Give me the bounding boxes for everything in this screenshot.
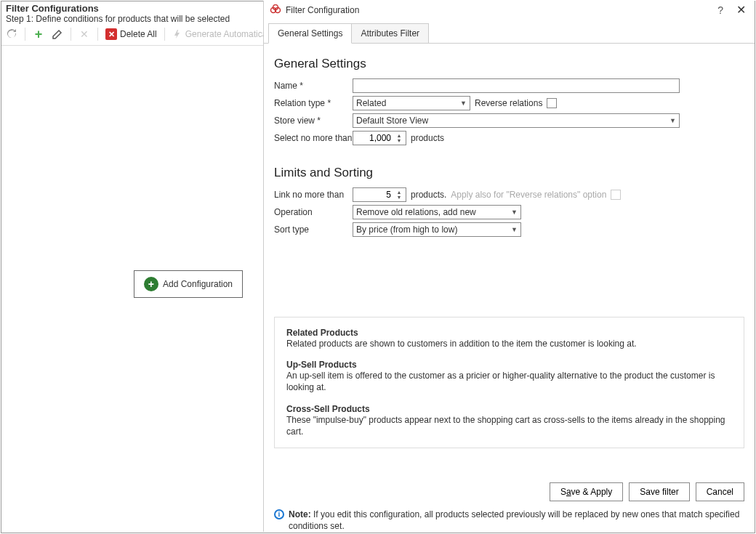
label-apply-also: Apply also for "Reverse relations" optio…	[451, 190, 606, 200]
delete-all-icon: ✕	[105, 28, 117, 40]
separator	[97, 28, 98, 41]
link-limit-stepper[interactable]: ▲▼	[353, 187, 406, 202]
relation-type-value: Related	[356, 98, 386, 108]
label-store-view: Store view *	[274, 116, 353, 126]
chevron-down-icon: ▼	[511, 226, 518, 233]
store-view-value: Default Store View	[356, 116, 428, 126]
select-limit-input[interactable]	[353, 132, 394, 145]
edit-icon[interactable]	[52, 28, 63, 40]
spin-down-icon[interactable]: ▼	[394, 195, 404, 200]
tab-attributes-filter[interactable]: Attributes Filter	[352, 23, 429, 44]
info-related-desc: Related products are shown to customers …	[286, 338, 732, 349]
operation-value: Remove old relations, add new	[356, 207, 476, 217]
plus-circle-icon: +	[144, 277, 158, 291]
save-filter-button[interactable]: Save filter	[629, 482, 689, 501]
filter-configuration-dialog: Filter Configuration ? ✕ General Setting…	[263, 1, 755, 532]
dialog-title: Filter Configuration	[286, 5, 707, 15]
info-panel: Related Products Related products are sh…	[274, 317, 744, 448]
separator	[71, 28, 71, 41]
refresh-icon[interactable]	[6, 28, 17, 40]
sort-type-value: By price (from high to low)	[356, 224, 457, 235]
info-cross-title: Cross-Sell Products	[286, 404, 732, 414]
spin-up-icon[interactable]: ▲	[394, 133, 404, 138]
add-configuration-button[interactable]: + Add Configuration	[134, 270, 243, 298]
label-sort-type: Sort type	[274, 224, 353, 235]
cancel-button[interactable]: Cancel	[696, 482, 744, 501]
chevron-down-icon: ▼	[511, 209, 518, 216]
label-relation-type: Relation type *	[274, 98, 353, 108]
label-reverse-relations: Reverse relations	[475, 98, 542, 108]
label-select-no-more: Select no more than	[274, 133, 353, 143]
info-upsell-desc: An up-sell item is offered to the custom…	[286, 370, 732, 393]
note-text: Note: If you edit this configuration, al…	[289, 509, 744, 532]
tab-general-settings[interactable]: General Settings	[268, 23, 352, 44]
app-logo-icon	[270, 4, 281, 16]
apply-also-checkbox[interactable]	[611, 190, 621, 200]
chevron-down-icon: ▼	[669, 117, 676, 124]
store-view-select[interactable]: Default Store View ▼	[353, 113, 680, 128]
label-link-no-more: Link no more than	[274, 190, 353, 200]
section-limits-sorting: Limits and Sorting	[274, 166, 744, 180]
delete-icon[interactable]: ✕	[79, 28, 90, 40]
separator	[164, 28, 165, 41]
reverse-relations-checkbox[interactable]	[547, 98, 557, 108]
info-icon: i	[274, 509, 284, 519]
sort-type-select[interactable]: By price (from high to low) ▼	[353, 222, 521, 237]
info-upsell-title: Up-Sell Products	[286, 360, 732, 370]
name-input[interactable]	[353, 78, 680, 93]
label-name: Name *	[274, 81, 353, 91]
chevron-down-icon: ▼	[460, 100, 467, 107]
select-limit-stepper[interactable]: ▲▼	[353, 131, 406, 145]
separator	[25, 28, 25, 41]
info-related-title: Related Products	[286, 328, 732, 338]
generate-auto-label: Generate Automatically	[185, 29, 276, 39]
add-configuration-label: Add Configuration	[163, 279, 233, 289]
spin-up-icon[interactable]: ▲	[394, 190, 404, 195]
add-icon[interactable]: +	[33, 28, 44, 40]
label-products: products	[411, 133, 444, 143]
help-icon[interactable]: ?	[712, 4, 729, 16]
operation-select[interactable]: Remove old relations, add new ▼	[353, 205, 521, 219]
label-operation: Operation	[274, 207, 353, 217]
section-general-settings: General Settings	[274, 57, 744, 71]
link-limit-input[interactable]	[353, 188, 394, 201]
delete-all-label: Delete All	[120, 29, 157, 39]
info-cross-desc: These "impulse-buy" products appear next…	[286, 414, 732, 437]
label-products-dot: products.	[411, 190, 446, 200]
save-apply-button[interactable]: Save & Apply	[550, 482, 623, 501]
relation-type-select[interactable]: Related ▼	[353, 96, 470, 110]
generate-auto-button: Generate Automatically	[172, 29, 276, 39]
spin-down-icon[interactable]: ▼	[394, 138, 404, 143]
delete-all-button[interactable]: ✕ Delete All	[105, 28, 157, 40]
close-icon[interactable]: ✕	[733, 3, 749, 17]
